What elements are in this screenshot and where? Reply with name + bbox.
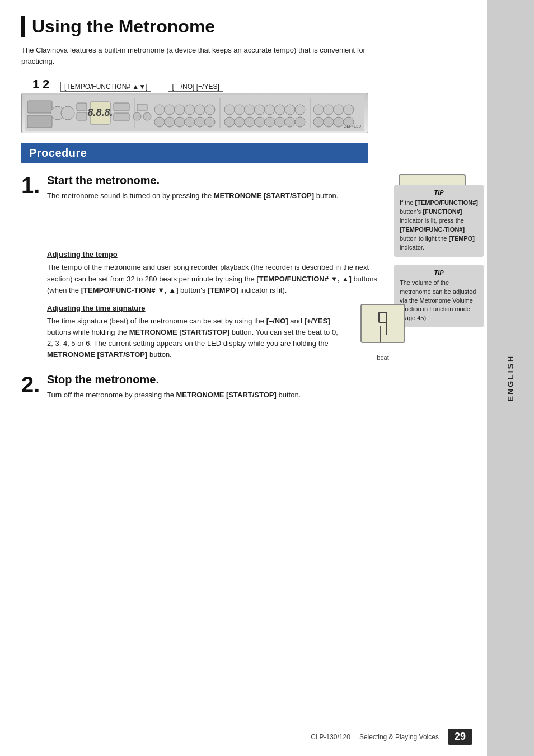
time-body-1: The time signature (beat) of the metrono…: [47, 317, 266, 325]
svg-point-18: [185, 105, 195, 115]
tip-1-body: If the [TEMPO/FUNCTION#] button's [FUNCT…: [400, 199, 478, 252]
svg-point-23: [175, 117, 185, 127]
svg-point-30: [245, 105, 255, 115]
page-title: Using the Metronome: [21, 16, 466, 37]
svg-point-41: [275, 117, 285, 127]
svg-point-4: [61, 106, 74, 120]
title-accent-bar: [21, 16, 25, 37]
svg-point-43: [295, 117, 305, 127]
step-2-bold: METRONOME [START/STOP]: [176, 391, 277, 399]
time-body-3: buttons while holding the: [47, 328, 129, 336]
sidebar-label: ENGLISH: [506, 355, 515, 401]
svg-point-47: [334, 105, 344, 115]
button-diagram: 1 2 [TEMPO/FUNCTION# ▲▼] [—/NO] [+/YES]: [21, 77, 466, 133]
page-title-text: Using the Metronome: [32, 16, 215, 37]
beat-caption: beat: [377, 354, 388, 361]
diagram-num-2: 2: [43, 77, 53, 92]
beat-display-area: beat: [360, 304, 405, 361]
tip-box-1: TIP If the [TEMPO/FUNCTION#] button's [F…: [394, 185, 484, 257]
adjusting-time-text: Adjusting the time signature The time si…: [47, 304, 338, 361]
tip-box-2: TIP The volume of the metronome can be a…: [394, 265, 484, 328]
beat-display: [360, 304, 405, 343]
adjusting-tempo-section: Adjusting the tempo The tempo of the met…: [47, 250, 394, 295]
svg-point-32: [265, 105, 275, 115]
svg-point-20: [205, 105, 215, 115]
step-1-title: Start the metronome.: [47, 174, 376, 187]
step-1-number: 1.: [21, 174, 47, 196]
time-bold-2: [+/YES]: [305, 317, 330, 325]
step-1-bold: METRONOME [START/STOP]: [214, 191, 314, 200]
svg-point-36: [224, 117, 235, 127]
svg-point-19: [195, 105, 205, 115]
svg-point-29: [235, 105, 245, 115]
tip-2-title: TIP: [400, 269, 478, 276]
svg-point-35: [295, 105, 305, 115]
step-1-text: Start the metronome. The metronome sound…: [47, 174, 376, 201]
tempo-body-4: indicator is lit).: [238, 286, 287, 294]
svg-point-33: [275, 105, 285, 115]
step-2-body: Turn off the metronome by pressing the M…: [47, 389, 466, 401]
step-2-title: Stop the metronome.: [47, 373, 466, 386]
svg-rect-12: [137, 104, 147, 111]
svg-rect-5: [77, 103, 87, 111]
svg-rect-54: [379, 312, 387, 322]
procedure-heading: Procedure: [21, 143, 368, 163]
svg-point-45: [313, 105, 324, 115]
adjusting-tempo-title: Adjusting the tempo: [47, 250, 394, 259]
beat-icon: [369, 308, 397, 339]
diagram-header: 1 2 [TEMPO/FUNCTION# ▲▼] [—/NO] [+/YES]: [21, 77, 466, 92]
step-2-body-pre: Turn off the metronome by pressing the: [47, 391, 176, 399]
svg-point-14: [143, 112, 151, 120]
adjusting-tempo-body: The tempo of the metronome and user song…: [47, 262, 394, 295]
svg-point-17: [175, 105, 185, 115]
svg-point-16: [165, 105, 175, 115]
time-bold-1: [–/NO]: [266, 317, 288, 325]
step-2-number: 2.: [21, 373, 47, 396]
svg-rect-1: [27, 101, 52, 113]
svg-rect-10: [114, 113, 129, 121]
adjusting-time-title: Adjusting the time signature: [47, 304, 338, 312]
tip-2-body: The volume of the metronome can be adjus…: [400, 279, 478, 323]
diagram-bracket-1: [TEMPO/FUNCTION# ▲▼]: [60, 82, 151, 92]
time-bold-3: METRONOME [START/STOP]: [129, 328, 229, 336]
intro-paragraph: The Clavinova features a built-in metron…: [21, 45, 380, 67]
step-1-body: The metronome sound is turned on by pres…: [47, 190, 376, 201]
svg-point-50: [324, 117, 334, 127]
svg-rect-9: [114, 103, 129, 111]
step-1-body-pre: The metronome sound is turned on by pres…: [47, 191, 214, 200]
svg-point-49: [313, 117, 324, 127]
page-number: 29: [448, 729, 472, 745]
svg-point-42: [285, 117, 295, 127]
svg-point-46: [324, 105, 334, 115]
svg-point-26: [205, 117, 215, 127]
svg-text:CLP-130: CLP-130: [343, 124, 361, 129]
tempo-bold-2: [TEMPO/FUNC-TION# ▼, ▲]: [81, 286, 179, 294]
tip-1-title: TIP: [400, 189, 478, 196]
tempo-body-3: button's: [178, 286, 207, 294]
time-body-5: button.: [147, 350, 171, 359]
keyboard-svg: 8.8.8.: [25, 95, 364, 131]
tempo-bold-1: [TEMPO/FUNCTION# ▼, ▲]: [256, 275, 351, 283]
svg-point-15: [154, 105, 165, 115]
svg-rect-2: [27, 115, 52, 128]
adjusting-time-body: The time signature (beat) of the metrono…: [47, 316, 338, 361]
svg-point-37: [235, 117, 245, 127]
svg-point-34: [285, 105, 295, 115]
svg-point-40: [265, 117, 275, 127]
svg-point-25: [195, 117, 205, 127]
svg-point-28: [224, 105, 235, 115]
tempo-bold-3: [TEMPO]: [208, 286, 238, 294]
svg-point-22: [165, 117, 175, 127]
svg-point-38: [245, 117, 255, 127]
svg-point-24: [185, 117, 195, 127]
svg-rect-6: [77, 112, 87, 120]
svg-point-39: [255, 117, 265, 127]
adjusting-time-section: Adjusting the time signature The time si…: [47, 304, 405, 361]
footer-section: Selecting & Playing Voices: [359, 733, 439, 741]
time-body-2: and: [288, 317, 305, 325]
step-2-content: Stop the metronome. Turn off the metrono…: [47, 373, 466, 401]
diagram-num-1: 1: [32, 77, 43, 92]
footer-model: CLP-130/120: [311, 733, 350, 741]
keyboard-illustration: 8.8.8.: [21, 93, 368, 133]
time-bold-4: METRONOME [START/STOP]: [47, 350, 147, 359]
